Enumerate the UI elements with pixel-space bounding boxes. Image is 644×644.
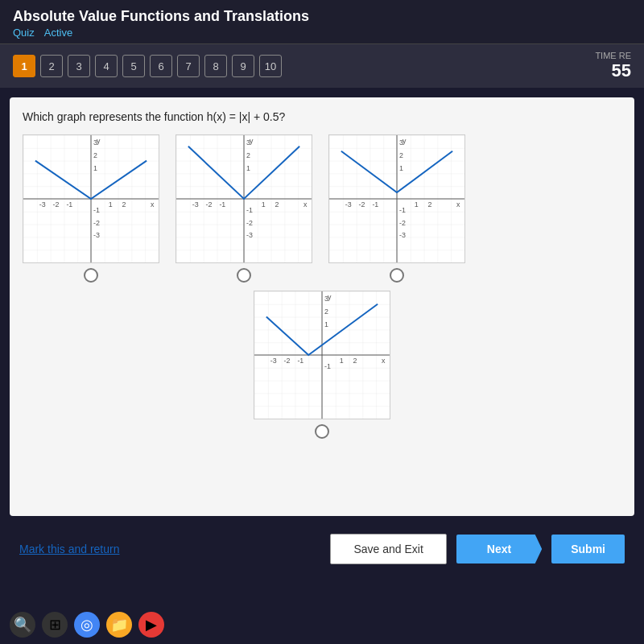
nav-item-7[interactable]: 7	[177, 55, 200, 77]
footer: Mark this and return Save and Exit Next …	[0, 526, 644, 572]
svg-text:x: x	[303, 200, 308, 208]
svg-text:-2: -2	[284, 357, 291, 365]
timer-label: TIME RE	[595, 51, 631, 60]
save-exit-button[interactable]: Save and Exit	[330, 534, 446, 564]
nav-item-9[interactable]: 9	[232, 55, 254, 77]
nav-item-10[interactable]: 10	[259, 55, 282, 77]
svg-text:y: y	[402, 137, 407, 145]
svg-text:1: 1	[415, 200, 419, 208]
svg-text:2: 2	[428, 200, 432, 208]
svg-text:-3: -3	[270, 357, 277, 365]
svg-text:1: 1	[399, 164, 403, 172]
svg-text:-3: -3	[399, 231, 406, 239]
taskbar-app[interactable]: ▶	[138, 612, 164, 638]
svg-text:y: y	[328, 293, 332, 301]
mark-return-link[interactable]: Mark this and return	[19, 543, 120, 555]
svg-text:y: y	[250, 137, 254, 145]
question-text: Which graph represents the function h(x)…	[23, 110, 621, 123]
quiz-label: Quiz	[13, 27, 35, 39]
nav-item-6[interactable]: 6	[150, 55, 172, 77]
svg-text:-2: -2	[53, 200, 60, 208]
graph-option-4: 3 2 1 -1 -3 -2 -1 1 2 x y	[254, 291, 390, 439]
svg-text:x: x	[151, 200, 155, 208]
taskbar-search[interactable]: 🔍	[10, 612, 35, 638]
svg-text:-2: -2	[246, 219, 253, 227]
svg-text:1: 1	[246, 164, 250, 172]
svg-text:-1: -1	[66, 200, 72, 208]
svg-text:-3: -3	[93, 231, 100, 239]
radio-3[interactable]	[390, 268, 404, 283]
graph-2: 3 2 1 -1 -2 -3 -3 -2 -1 1 2 x y	[175, 134, 312, 263]
svg-text:1: 1	[109, 200, 113, 208]
header: Absolute Value Functions and Translation…	[0, 0, 644, 44]
svg-text:-2: -2	[399, 219, 406, 227]
svg-text:-2: -2	[206, 200, 213, 208]
quiz-area: Which graph represents the function h(x)…	[10, 97, 634, 516]
status-badge: Active	[44, 27, 72, 39]
page-title: Absolute Value Functions and Translation…	[13, 8, 631, 25]
nav-item-4[interactable]: 4	[95, 55, 118, 77]
svg-text:2: 2	[93, 151, 97, 159]
taskbar-folder[interactable]: 📁	[106, 612, 132, 638]
svg-text:-3: -3	[192, 200, 199, 208]
graphs-bottom-row: 3 2 1 -1 -3 -2 -1 1 2 x y	[23, 291, 621, 439]
svg-text:-1: -1	[324, 362, 331, 370]
graph-option-1: 3 2 1 -1 -2 -3 -3 -2 -1 1 2 x y	[23, 134, 159, 283]
svg-text:-1: -1	[246, 206, 253, 214]
taskbar: 🔍 ⊞ ◎ 📁 ▶	[0, 605, 644, 644]
svg-text:1: 1	[262, 200, 266, 208]
nav-item-2[interactable]: 2	[40, 55, 63, 77]
svg-text:-2: -2	[93, 219, 100, 227]
nav-item-1[interactable]: 1	[13, 55, 35, 77]
graphs-top-row: 3 2 1 -1 -2 -3 -3 -2 -1 1 2 x y	[23, 134, 621, 283]
timer-value: 55	[595, 60, 631, 81]
svg-text:1: 1	[93, 164, 97, 172]
nav-item-3[interactable]: 3	[68, 55, 90, 77]
svg-text:1: 1	[340, 357, 344, 365]
svg-text:-3: -3	[246, 231, 253, 239]
svg-text:-1: -1	[297, 357, 303, 365]
next-button[interactable]: Next	[456, 535, 542, 564]
graph-option-3: 3 2 1 -1 -2 -3 -3 -2 -1 1 2 x y	[328, 134, 465, 283]
submit-button[interactable]: Submi	[551, 535, 625, 564]
svg-text:-2: -2	[359, 200, 365, 208]
graph-1: 3 2 1 -1 -2 -3 -3 -2 -1 1 2 x y	[23, 134, 159, 263]
svg-text:-1: -1	[219, 200, 225, 208]
svg-text:2: 2	[275, 200, 279, 208]
nav-item-5[interactable]: 5	[122, 55, 145, 77]
svg-text:-3: -3	[345, 200, 352, 208]
svg-text:y: y	[97, 137, 101, 145]
svg-text:x: x	[382, 357, 386, 365]
graph-option-2: 3 2 1 -1 -2 -3 -3 -2 -1 1 2 x y	[175, 134, 312, 283]
graph-3: 3 2 1 -1 -2 -3 -3 -2 -1 1 2 x y	[328, 134, 465, 263]
nav-item-8[interactable]: 8	[204, 55, 227, 77]
svg-text:-1: -1	[93, 206, 100, 214]
radio-4[interactable]	[315, 424, 329, 439]
svg-text:2: 2	[353, 357, 357, 365]
svg-text:-3: -3	[39, 200, 46, 208]
svg-text:2: 2	[324, 308, 328, 316]
svg-text:2: 2	[399, 151, 403, 159]
taskbar-chrome[interactable]: ◎	[74, 612, 100, 638]
svg-text:-1: -1	[372, 200, 378, 208]
radio-1[interactable]	[84, 268, 98, 283]
svg-text:-1: -1	[399, 206, 406, 214]
radio-2[interactable]	[237, 268, 251, 283]
svg-text:x: x	[456, 200, 460, 208]
svg-text:2: 2	[246, 151, 250, 159]
graph-4: 3 2 1 -1 -3 -2 -1 1 2 x y	[254, 291, 390, 419]
svg-text:2: 2	[122, 200, 126, 208]
svg-text:1: 1	[324, 320, 328, 328]
taskbar-grid[interactable]: ⊞	[42, 612, 68, 638]
timer: TIME RE 55	[595, 51, 631, 81]
header-subtitle: Quiz Active	[13, 27, 631, 39]
question-nav-bar: 1 2 3 4 5 6 7 8 9 10 TIME RE 55	[0, 44, 644, 88]
